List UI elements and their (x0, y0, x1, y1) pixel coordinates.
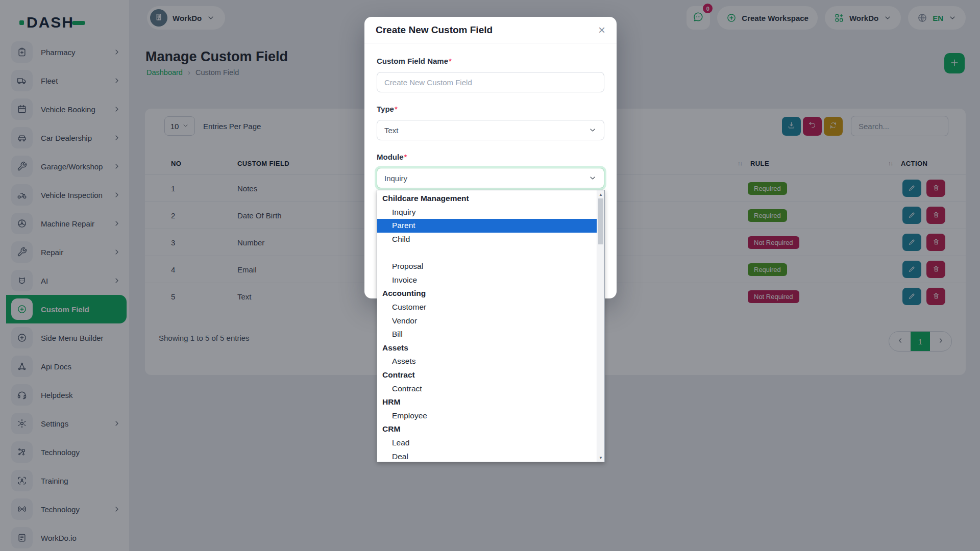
module-option-child[interactable]: Child (377, 233, 597, 246)
module-option-bill[interactable]: Bill (377, 328, 597, 341)
module-group-contract: Contract (377, 368, 597, 382)
module-option-deal[interactable]: Deal (377, 449, 597, 462)
custom-field-name-label: Custom Field Name* (377, 57, 604, 66)
required-asterisk: * (404, 153, 407, 161)
type-select-value: Text (384, 126, 399, 135)
chevron-down-icon (589, 126, 597, 134)
module-option-parent[interactable]: Parent (377, 219, 597, 233)
scrollbar-down-arrow-icon[interactable]: ▼ (597, 454, 604, 461)
type-select[interactable]: Text (377, 120, 604, 140)
module-dropdown-options: Childcare ManagementInquiryParentChildPr… (377, 190, 597, 462)
type-label: Type* (377, 105, 604, 114)
module-select[interactable]: Inquiry (377, 168, 604, 188)
module-option-vendor[interactable]: Vendor (377, 314, 597, 328)
modal-header: Create New Custom Field × (364, 17, 617, 43)
close-icon[interactable]: × (598, 24, 605, 36)
chevron-down-icon (589, 174, 597, 182)
type-label-text: Type (377, 105, 394, 113)
module-option-inquiry[interactable]: Inquiry (377, 206, 597, 219)
module-group-crm: CRM (377, 422, 597, 436)
module-select-value: Inquiry (384, 174, 407, 183)
required-asterisk: * (449, 57, 452, 65)
scrollbar-thumb[interactable] (598, 198, 603, 244)
module-option-invoice[interactable]: Invoice (377, 273, 597, 287)
module-group-accounting: Accounting (377, 287, 597, 300)
dropdown-scrollbar[interactable]: ▲ ▼ (597, 190, 604, 462)
module-option-customer[interactable]: Customer (377, 300, 597, 314)
scrollbar-up-arrow-icon[interactable]: ▲ (597, 191, 604, 198)
module-group-assets: Assets (377, 341, 597, 355)
custom-field-name-input[interactable] (377, 72, 604, 92)
module-option-proposal[interactable]: Proposal (377, 260, 597, 273)
module-label: Module* (377, 153, 604, 162)
modal-body: Custom Field Name* Type* Text Module* In… (364, 43, 617, 188)
module-group-childcare-management: Childcare Management (377, 192, 597, 206)
module-option-assets[interactable]: Assets (377, 355, 597, 368)
modal-title: Create New Custom Field (376, 24, 493, 36)
module-group-blank (377, 246, 597, 260)
required-asterisk: * (395, 105, 398, 113)
custom-field-name-label-text: Custom Field Name (377, 57, 448, 65)
module-group-hrm: HRM (377, 395, 597, 409)
module-option-contract[interactable]: Contract (377, 382, 597, 395)
module-option-employee[interactable]: Employee (377, 409, 597, 423)
module-dropdown-list: Childcare ManagementInquiryParentChildPr… (377, 190, 605, 462)
module-label-text: Module (377, 153, 404, 161)
module-option-lead[interactable]: Lead (377, 436, 597, 450)
